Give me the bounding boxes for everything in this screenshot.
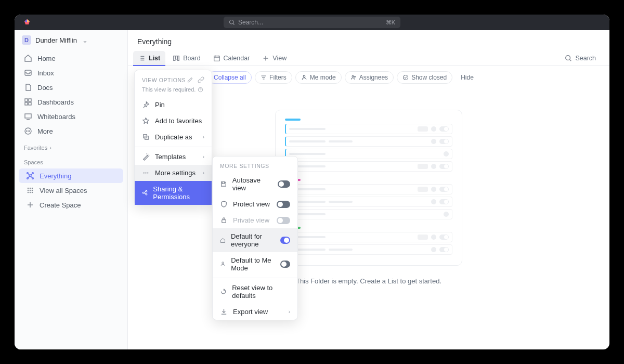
tab-calendar[interactable]: Calendar — [208, 51, 255, 66]
default-me-mode-option[interactable]: Default to Me Mode — [213, 252, 297, 276]
nav-inbox[interactable]: Inbox — [19, 66, 123, 80]
reset-view-option[interactable]: Reset view to defaults — [213, 280, 297, 304]
person-icon — [220, 261, 226, 268]
more-icon — [24, 127, 32, 135]
inbox-icon — [24, 69, 32, 77]
svg-rect-4 — [29, 99, 31, 101]
svg-point-16 — [32, 178, 34, 179]
show-closed-button[interactable]: Show closed — [397, 71, 452, 84]
workspace-switcher[interactable]: D Dunder Mifflin ⌄ — [15, 30, 127, 50]
empty-text: This Folder is empty. Create a List to g… — [275, 277, 462, 285]
link-icon[interactable] — [198, 76, 204, 83]
home-icon — [24, 54, 32, 62]
plus-icon — [26, 201, 34, 209]
tab-board[interactable]: Board — [167, 51, 205, 66]
search-icon — [565, 55, 572, 62]
favorites-section[interactable]: Favorites› — [15, 139, 127, 154]
list-icon — [138, 55, 146, 62]
help-icon — [198, 87, 203, 93]
svg-point-24 — [30, 192, 31, 193]
more-settings-option[interactable]: More settings› — [135, 165, 212, 181]
default-everyone-toggle[interactable] — [280, 237, 290, 244]
svg-point-34 — [354, 76, 355, 77]
svg-point-10 — [28, 131, 29, 132]
add-favorites-option[interactable]: Add to favorites — [135, 113, 212, 129]
filters-button[interactable]: Filters — [255, 71, 292, 84]
me-mode-button[interactable]: Me mode — [295, 71, 342, 84]
autosave-view-option[interactable]: Autosave view — [213, 172, 297, 196]
svg-rect-28 — [178, 56, 179, 61]
more-settings-popover: MORE SETTINGS Autosave view Protect view… — [212, 156, 298, 320]
view-tabs: List Board Calendar View Search — [128, 51, 609, 66]
default-me-toggle[interactable] — [280, 261, 290, 268]
svg-point-14 — [32, 173, 34, 174]
svg-line-1 — [233, 23, 234, 24]
view-required-note: This view is required. — [135, 86, 212, 97]
topbar: Search... ⌘K — [15, 15, 609, 30]
tab-list[interactable]: List — [133, 51, 165, 66]
nav-docs[interactable]: Docs — [19, 80, 123, 95]
breadcrumb: Everything — [128, 30, 609, 51]
pin-option[interactable]: Pin — [135, 97, 212, 113]
tab-search[interactable]: Search — [560, 51, 601, 66]
svg-point-46 — [222, 262, 224, 264]
private-toggle — [277, 217, 290, 224]
nav-whiteboards[interactable]: Whiteboards — [19, 109, 123, 124]
docs-icon — [24, 83, 32, 92]
chevron-right-icon: › — [203, 154, 204, 160]
view-options-title: VIEW OPTIONS — [135, 70, 212, 86]
star-icon — [142, 117, 150, 125]
svg-point-11 — [30, 131, 30, 132]
duplicate-option[interactable]: Duplicate as› — [135, 129, 212, 145]
tab-add-view[interactable]: View — [257, 51, 292, 66]
protect-view-option[interactable]: Protect view — [213, 196, 297, 212]
svg-point-43 — [146, 191, 147, 192]
svg-point-17 — [28, 188, 29, 189]
nav-home[interactable]: Home — [19, 51, 123, 66]
chevron-right-icon: › — [203, 134, 204, 140]
nav-dashboards[interactable]: Dashboards — [19, 95, 123, 109]
chevron-right-icon: › — [49, 145, 51, 151]
network-icon — [26, 172, 34, 180]
autosave-toggle[interactable] — [278, 180, 290, 188]
svg-point-20 — [28, 190, 29, 191]
shield-icon — [220, 200, 228, 208]
svg-point-13 — [27, 173, 29, 174]
sidebar-item-view-all-spaces[interactable]: View all Spaces — [19, 183, 123, 198]
empty-state: This Folder is empty. Create a List to g… — [275, 110, 462, 285]
svg-point-40 — [145, 172, 146, 173]
svg-point-9 — [27, 131, 27, 132]
chevron-down-icon: ⌄ — [82, 36, 88, 44]
chevron-right-icon: › — [203, 170, 204, 176]
sharing-permissions-option[interactable]: Sharing & Permissions — [135, 181, 212, 205]
svg-rect-6 — [29, 102, 31, 105]
assignees-button[interactable]: Assignees — [345, 71, 394, 84]
workspace-badge: D — [22, 35, 31, 45]
sidebar-item-everything[interactable]: Everything — [19, 168, 123, 183]
nav-more[interactable]: More — [19, 124, 123, 138]
dashboard-icon — [24, 98, 32, 106]
collapse-all-button[interactable]: Collapse all — [208, 71, 252, 84]
pencil-icon[interactable] — [187, 76, 193, 83]
svg-point-41 — [147, 172, 148, 173]
svg-rect-7 — [25, 114, 31, 118]
protect-toggle[interactable] — [277, 201, 290, 208]
default-everyone-option[interactable]: Default for everyone — [213, 228, 297, 252]
svg-rect-27 — [176, 56, 177, 59]
whiteboard-icon — [24, 112, 32, 121]
duplicate-icon — [142, 133, 150, 141]
app-logo — [23, 18, 31, 27]
templates-option[interactable]: Templates› — [135, 149, 212, 165]
reset-icon — [220, 288, 227, 296]
search-placeholder: Search... — [238, 19, 263, 26]
global-search[interactable]: Search... ⌘K — [224, 17, 400, 28]
sidebar-item-create-space[interactable]: Create Space — [19, 198, 123, 212]
hide-button[interactable]: Hide — [456, 72, 479, 83]
board-icon — [173, 55, 180, 62]
chevron-right-icon: › — [289, 309, 290, 315]
pin-icon — [142, 101, 150, 109]
svg-point-33 — [352, 75, 354, 77]
svg-rect-3 — [25, 99, 28, 101]
export-view-option[interactable]: Export view› — [213, 304, 297, 320]
svg-point-25 — [32, 192, 33, 193]
